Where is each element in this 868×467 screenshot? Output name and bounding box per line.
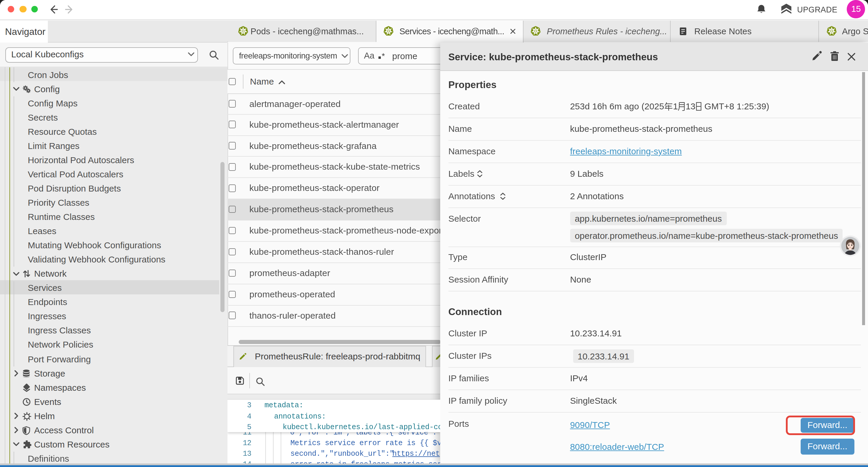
svg-text:*: * (382, 52, 385, 61)
